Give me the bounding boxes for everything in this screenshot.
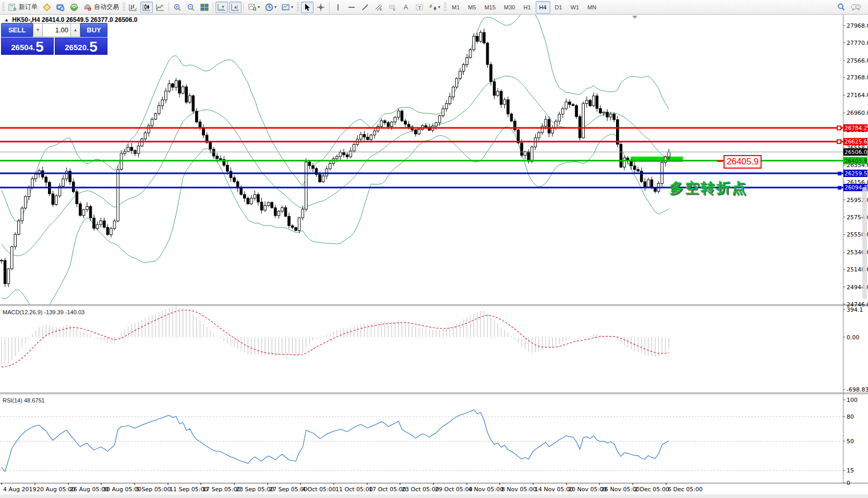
sell-price-display[interactable]: 26504.5: [1, 38, 54, 55]
channel-tool-button[interactable]: E: [372, 2, 385, 13]
signal-button[interactable]: [68, 2, 80, 13]
timeframe-button-M1[interactable]: M1: [448, 1, 463, 14]
svg-text:17 Sep 05:00: 17 Sep 05:00: [202, 486, 240, 493]
svg-text:50: 50: [847, 438, 854, 445]
svg-text:26960.0: 26960.0: [847, 110, 868, 116]
terminal-button[interactable]: [54, 2, 67, 13]
horizontal-line-tool-button[interactable]: [345, 2, 358, 13]
buy-price-main: 26520: [65, 41, 87, 54]
sell-button[interactable]: SELL: [1, 23, 33, 37]
svg-text:23 Sep 05:00: 23 Sep 05:00: [236, 486, 274, 493]
chart-shift-button[interactable]: [229, 2, 242, 13]
svg-text:0: 0: [847, 480, 850, 487]
horizontal-line-icon: [347, 3, 356, 11]
svg-text:80: 80: [847, 413, 854, 420]
group-handle[interactable]: [123, 3, 125, 12]
search-icon: [837, 3, 846, 11]
new-order-button[interactable]: 新订单: [6, 2, 40, 13]
volume-decrease-button[interactable]: ▼: [33, 23, 43, 37]
bar-chart-mode-button[interactable]: [127, 2, 139, 13]
timeframe-button-H1[interactable]: H1: [520, 1, 534, 14]
group-handle[interactable]: [444, 3, 447, 12]
text-label-icon: T: [415, 3, 424, 11]
vertical-scrollbar-thumb[interactable]: [862, 187, 867, 299]
fibonacci-icon: F: [388, 3, 396, 11]
buy-price-display[interactable]: 26520.5: [55, 38, 107, 55]
buy-button[interactable]: BUY: [80, 23, 107, 37]
crosshair-tool-button[interactable]: [315, 2, 327, 13]
search-button[interactable]: [835, 2, 848, 13]
svg-text:6 Dec 05:00: 6 Dec 05:00: [668, 486, 703, 493]
timeframe-button-H4[interactable]: H4: [536, 1, 550, 14]
auto-trading-button[interactable]: 自动交易: [81, 2, 121, 13]
text-tool-button[interactable]: A: [400, 2, 412, 13]
svg-text:15: 15: [847, 467, 854, 474]
period-button[interactable]: ▾: [263, 2, 279, 13]
auto-scroll-button[interactable]: [215, 2, 228, 13]
zoom-in-button[interactable]: [171, 2, 184, 13]
svg-text:17 Oct 05:00: 17 Oct 05:00: [369, 486, 406, 493]
zoom-out-icon: [187, 3, 195, 11]
new-order-label: 新订单: [19, 3, 38, 11]
price-tag-connector: [717, 160, 723, 162]
price-tag-label[interactable]: 26405.9: [724, 155, 762, 169]
fibonacci-tool-button[interactable]: F: [386, 2, 399, 13]
market-watch-button[interactable]: [41, 2, 53, 13]
text-icon: A: [402, 3, 410, 11]
zoom-in-icon: [173, 3, 182, 11]
svg-text:27770.0: 27770.0: [847, 40, 868, 46]
toolbar-right-group: [834, 2, 867, 13]
chart-shift-icon: [231, 3, 239, 11]
group-handle[interactable]: [297, 3, 299, 12]
svg-text:4 Oct 05:00: 4 Oct 05:00: [302, 486, 336, 493]
svg-text:F: F: [393, 8, 395, 11]
vertical-line-icon: [334, 3, 342, 11]
vertical-line-tool-button[interactable]: [332, 2, 344, 13]
chart-canvas[interactable]: 27968.027770.027566.027368.027164.026960…: [0, 0, 868, 498]
zoom-out-button[interactable]: [185, 2, 197, 13]
label-tool-button[interactable]: T: [413, 2, 426, 13]
svg-text:8 Nov 05:00: 8 Nov 05:00: [501, 486, 536, 493]
add-indicator-icon: [248, 3, 257, 11]
ohlc-values: 26414.0 26549.5 26377.0 26506.0: [42, 16, 138, 23]
timeframe-button-M30[interactable]: M30: [500, 1, 519, 14]
ohlc-bars-icon: [129, 3, 137, 11]
dropdown-caret-icon: ▾: [274, 5, 276, 9]
svg-text:26625.6: 26625.6: [845, 138, 867, 145]
timeframe-button-D1[interactable]: D1: [551, 1, 566, 14]
add-indicator-button[interactable]: ▾: [246, 2, 262, 13]
dropdown-caret-icon: ▾: [438, 5, 440, 9]
chart-annotation-text: 多空转折点: [669, 179, 748, 197]
arrows-tool-button[interactable]: ▾: [427, 2, 442, 13]
volume-input[interactable]: [43, 23, 70, 37]
svg-text:27566.0: 27566.0: [847, 57, 868, 64]
crosshair-icon: [317, 3, 325, 11]
yellow-diamond-icon: [43, 3, 51, 11]
timeframe-button-MN[interactable]: MN: [584, 1, 600, 14]
svg-text:26259.5: 26259.5: [845, 170, 867, 176]
equidistant-channel-icon: E: [375, 3, 383, 11]
timeframe-button-M15[interactable]: M15: [481, 1, 499, 14]
tile-windows-button[interactable]: [198, 2, 211, 13]
volume-increase-button[interactable]: ▲: [70, 23, 80, 37]
symbol-triangle-icon: ▲: [4, 17, 9, 22]
trading-app-window: 27968.027770.027566.027368.027164.026960…: [0, 0, 868, 498]
cursor-tool-button[interactable]: [301, 2, 314, 13]
chat-button[interactable]: [849, 2, 863, 13]
candlestick-mode-button[interactable]: [140, 2, 153, 13]
timeframe-button-M5[interactable]: M5: [464, 1, 479, 14]
toolbar-drag-handle[interactable]: [2, 3, 5, 12]
line-chart-mode-button[interactable]: [154, 2, 166, 13]
one-click-trading-panel: SELL ▼ ▲ BUY 26504.5 26520.5: [1, 23, 107, 55]
svg-text:27164.0: 27164.0: [847, 92, 868, 99]
svg-text:11 Oct 05:00: 11 Oct 05:00: [335, 486, 373, 493]
svg-text:23 Oct 05:00: 23 Oct 05:00: [402, 486, 439, 493]
timeframe-button-W1[interactable]: W1: [567, 1, 583, 14]
svg-text:394.1: 394.1: [847, 306, 863, 313]
template-button[interactable]: ▾: [280, 2, 295, 13]
symbol-period-label: HK50-,H4: [12, 16, 40, 23]
trendline-tool-button[interactable]: [359, 2, 371, 13]
svg-text:27968.0: 27968.0: [847, 22, 868, 29]
svg-text:-698.83: -698.83: [847, 386, 868, 393]
tile-windows-icon: [200, 3, 209, 11]
